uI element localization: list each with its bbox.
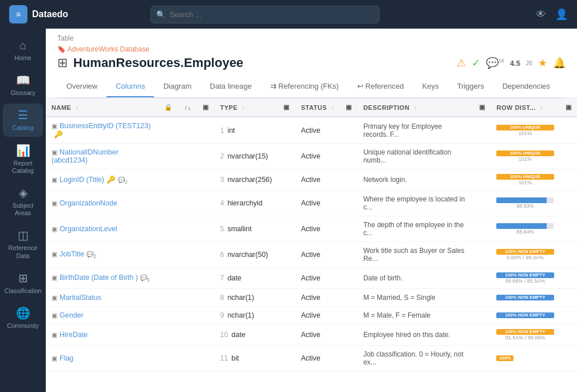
page-title-row: ⊞ HumanResources.Employee ⚠ ✓ 💬16 4.5 26… <box>57 56 566 70</box>
topbar: ≡ Dataedo 🔍 👁 👤 <box>0 0 577 29</box>
column-name[interactable]: NationalIDNumber (abcd1234) <box>52 148 118 164</box>
cell-col2 <box>278 289 295 307</box>
cell-col5 <box>560 191 578 216</box>
column-name[interactable]: BusinessEntityID (TEST123) <box>60 122 151 130</box>
star-filled-icon[interactable]: ★ <box>538 57 547 69</box>
cell-col5 <box>560 324 578 346</box>
column-name[interactable]: MaritalStatus <box>60 294 101 302</box>
cell-lock <box>159 169 179 191</box>
eye-icon[interactable]: 👁 <box>536 9 546 21</box>
column-name[interactable]: OrganizationLevel <box>60 225 117 233</box>
cell-col1 <box>197 242 215 268</box>
search-input[interactable] <box>151 6 380 23</box>
cell-key <box>179 307 197 324</box>
reference-data-icon: ◫ <box>18 228 29 242</box>
sidebar-item-label-reference-data: Reference Data <box>6 244 39 259</box>
cell-type: 11bit <box>214 346 278 371</box>
th-col5: ▣ <box>560 98 578 117</box>
cell-row-dist: 100% NON EMPTY <box>491 346 559 371</box>
cell-col2 <box>278 117 295 144</box>
breadcrumb-area: Table 🔖 AdventureWorks Database ⊞ HumanR… <box>46 29 577 98</box>
cell-lock <box>159 268 179 289</box>
tab-schema-changes[interactable]: Schema char... <box>559 76 566 97</box>
column-name[interactable]: OrganizationNode <box>60 199 117 207</box>
column-name[interactable]: HireDate <box>60 331 88 339</box>
sidebar-item-label-community: Community <box>7 322 39 330</box>
tab-overview[interactable]: Overview <box>57 76 106 97</box>
cell-name: ▣Gender <box>46 307 159 324</box>
cell-row-dist: 100% NON EMPTY <box>491 289 559 307</box>
cell-lock <box>159 242 179 268</box>
th-col3: ▣ <box>340 98 358 117</box>
page-title: HumanResources.Employee <box>73 56 243 70</box>
th-type: TYPE ↕ <box>214 98 278 117</box>
cell-col4 <box>473 346 491 371</box>
cell-col1 <box>197 324 215 346</box>
sidebar-item-reference-data[interactable]: ◫ Reference Data <box>3 224 43 264</box>
home-icon: ⌂ <box>19 39 26 52</box>
tab-dependencies[interactable]: Dependencies <box>493 76 559 97</box>
sidebar-item-label-home: Home <box>14 54 31 62</box>
cell-col3 <box>340 268 358 289</box>
table-row: ▣OrganizationLevel 5smallint Active The … <box>46 216 577 242</box>
cell-col5 <box>560 169 578 191</box>
cell-col3 <box>340 191 358 216</box>
cell-col2 <box>278 216 295 242</box>
table-row: ▣Gender 9nchar(1) Active M = Male, F = F… <box>46 307 577 324</box>
warning-badge[interactable]: ⚠ <box>457 57 466 69</box>
cell-col2 <box>278 169 295 191</box>
cell-description: The depth of the employee in the c... <box>358 216 473 242</box>
cell-col5 <box>560 289 578 307</box>
breadcrumb-link[interactable]: 🔖 AdventureWorks Database <box>57 45 149 53</box>
column-name[interactable]: Flag <box>60 354 73 362</box>
cell-status: Active <box>295 324 340 346</box>
user-icon[interactable]: 👤 <box>555 8 568 21</box>
logo-area: ≡ Dataedo <box>9 5 68 23</box>
sidebar-item-subject-areas[interactable]: ◈ Subject Areas <box>3 181 43 221</box>
column-type-icon: ▣ <box>52 176 57 183</box>
cell-col4 <box>473 324 491 346</box>
table-row: ▣NationalIDNumber (abcd1234) 2nvarchar(1… <box>46 144 577 169</box>
content-area: Table 🔖 AdventureWorks Database ⊞ HumanR… <box>46 29 577 392</box>
comment-badge[interactable]: 💬16 <box>486 57 504 69</box>
tab-data-lineage[interactable]: Data lineage <box>201 76 261 97</box>
check-badge[interactable]: ✓ <box>472 57 480 69</box>
table-area: NAME ↕ 🔒 ↑↓ ▣ TYPE ↕ ▣ STATUS ↕ ▣ DESCRI… <box>46 98 577 392</box>
tab-triggers[interactable]: Triggers <box>448 76 493 97</box>
sidebar-item-catalog[interactable]: ☰ Catalog <box>3 104 43 136</box>
sidebar-item-label-classification: Classification <box>5 287 42 295</box>
column-type-icon: ▣ <box>52 355 57 362</box>
cell-status: Active <box>295 117 340 144</box>
cell-col5 <box>560 242 578 268</box>
cell-col5 <box>560 216 578 242</box>
column-name[interactable]: LoginID (Title) <box>60 176 104 184</box>
column-name[interactable]: BirthDate (Date of Birth ) <box>60 274 138 282</box>
tab-referenced[interactable]: ↩ Referenced <box>348 76 413 97</box>
tab-columns[interactable]: Columns <box>106 76 154 97</box>
cell-col5 <box>560 346 578 371</box>
cell-name: ▣BirthDate (Date of Birth )💬3 <box>46 268 159 289</box>
cell-col5 <box>560 144 578 169</box>
tab-referencing-fks[interactable]: ⇉ Referencing (FKs) <box>261 76 348 97</box>
sidebar-item-home[interactable]: ⌂ Home <box>3 34 43 66</box>
cell-description: Employee hired on this date. <box>358 324 473 346</box>
sidebar-item-glossary[interactable]: 📖 Glossary <box>3 69 43 101</box>
sidebar-item-community[interactable]: 🌐 Community <box>3 302 43 334</box>
column-name[interactable]: JobTitle <box>60 250 84 258</box>
cell-col3 <box>340 216 358 242</box>
cell-row-dist: 100% NON EMPTY 0.60% / 99.3A% <box>491 242 559 268</box>
sidebar-item-classification[interactable]: ⊞ Classification <box>3 267 43 299</box>
cell-col2 <box>278 268 295 289</box>
cell-type: 7date <box>214 268 278 289</box>
cell-row-dist: 100% NON EMPTY 91.5A% / 99.66% <box>491 324 559 346</box>
table-row: ▣MaritalStatus 8nchar(1) Active M = Marr… <box>46 289 577 307</box>
cell-col2 <box>278 346 295 371</box>
column-type-icon: ▣ <box>52 251 57 258</box>
cell-lock <box>159 117 179 144</box>
cell-status: Active <box>295 144 340 169</box>
bell-icon[interactable]: 🔔 <box>553 57 566 69</box>
column-name[interactable]: Gender <box>60 311 84 319</box>
sidebar-item-report-catalog[interactable]: 📊 Report Catalog <box>3 139 43 179</box>
tab-keys[interactable]: Keys <box>413 76 448 97</box>
tab-diagram[interactable]: Diagram <box>154 76 200 97</box>
